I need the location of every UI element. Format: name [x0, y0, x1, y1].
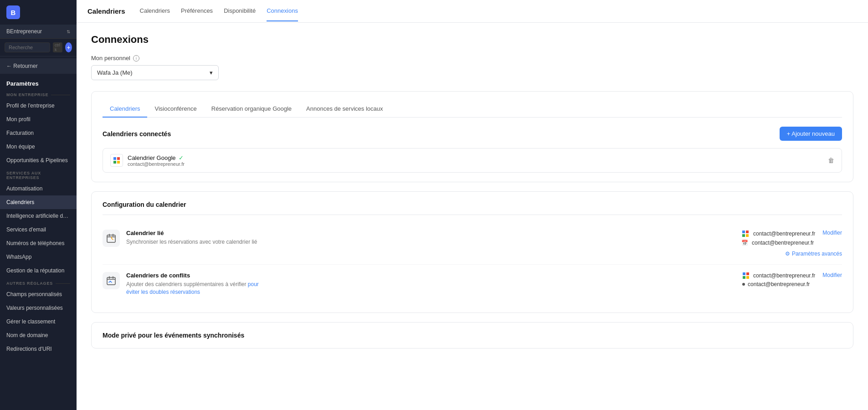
- conflits-email-2: contact@bentrepreneur.fr: [748, 281, 810, 287]
- modify-conflits-button[interactable]: Modifier: [822, 272, 842, 278]
- card-tab-visio[interactable]: Visioconférence: [147, 101, 204, 118]
- modify-lie-button[interactable]: Modifier: [822, 230, 842, 236]
- sidebar-item-intelligence[interactable]: Intelligence artificielle de...: [0, 209, 77, 223]
- sidebar-item-redirections[interactable]: Redirections d'URI: [0, 342, 77, 356]
- config-left-conflits: Calendriers de conflits Ajouter des cale…: [103, 272, 272, 296]
- config-calendar-card: Configuration du calendrier Calendrier l…: [91, 191, 853, 313]
- personnel-select[interactable]: Wafa Ja (Me) ▾: [91, 65, 219, 80]
- select-chevron-icon: ▾: [210, 69, 213, 76]
- sidebar-add-button[interactable]: +: [65, 42, 72, 52]
- subtitle-link: pour éviter les doubles réservations: [126, 281, 259, 295]
- advanced-link-label: Paramètres avancés: [792, 251, 842, 257]
- config-left-lie: Calendrier lié Synchroniser les réservat…: [103, 230, 257, 247]
- section-services: SERVICES AUX ENTREPRISES: [0, 167, 77, 182]
- personnel-label: Mon personnel i: [91, 55, 853, 62]
- sidebar-item-mon-equipe[interactable]: Mon équipe: [0, 140, 77, 154]
- lie-email-1: contact@bentrepreneur.fr: [753, 231, 815, 237]
- section-mon-entreprise: MON ENTREPRISE: [0, 89, 77, 99]
- config-title-conflits: Calendriers de conflits: [126, 272, 272, 279]
- search-input[interactable]: [5, 42, 50, 52]
- advanced-settings-link[interactable]: ⚙ Paramètres avancés: [785, 251, 842, 257]
- svg-rect-9: [746, 234, 749, 237]
- sidebar-item-services-email[interactable]: Services d'email: [0, 223, 77, 236]
- sidebar-item-automatisation[interactable]: Automatisation: [0, 182, 77, 195]
- sidebar-item-calendriers[interactable]: Calendriers: [0, 195, 77, 209]
- tab-disponibilite[interactable]: Disponibilité: [224, 1, 256, 21]
- card-tabs: Calendriers Visioconférence Réservation …: [103, 101, 842, 118]
- gear-icon: ⚙: [785, 251, 790, 257]
- lie-email-row-2: 📅 contact@bentrepreneur.fr: [741, 240, 815, 246]
- calendar-item-left: Calendrier Google ✓ contact@bentrepreneu…: [110, 154, 185, 167]
- calendar-conflits-icon: [103, 272, 120, 289]
- personnel-value: Wafa Ja (Me): [97, 69, 133, 76]
- config-text-conflits: Calendriers de conflits Ajouter des cale…: [126, 272, 272, 296]
- config-row-conflits: Calendriers de conflits Ajouter des cale…: [103, 265, 842, 303]
- info-icon: i: [133, 55, 139, 62]
- sidebar-item-valeurs[interactable]: Valeurs personnalisées: [0, 301, 77, 315]
- calendars-section-title: Calendriers connectés: [103, 130, 171, 138]
- account-arrow-icon: ⇅: [67, 29, 70, 34]
- tab-connexions[interactable]: Connexions: [267, 1, 298, 21]
- conflits-email-block: contact@bentrepreneur.fr contact@bentrep…: [742, 272, 815, 287]
- add-new-button[interactable]: + Ajouter nouveau: [780, 127, 842, 141]
- card-tab-calendriers[interactable]: Calendriers: [103, 101, 147, 118]
- section-divider: [51, 95, 70, 95]
- sidebar-item-classement[interactable]: Gérer le classement: [0, 315, 77, 328]
- google-calendar-item: Calendrier Google ✓ contact@bentrepreneu…: [103, 148, 842, 173]
- page-content: Connexions Mon personnel i Wafa Ja (Me) …: [77, 23, 868, 410]
- conflits-email-1: contact@bentrepreneur.fr: [753, 272, 815, 279]
- account-name: BEntrepreneur: [6, 28, 42, 35]
- logo-icon: B: [6, 5, 20, 19]
- config-title-lie: Calendrier lié: [126, 230, 257, 236]
- mode-prive-title: Mode privé pour les événements synchroni…: [103, 332, 842, 339]
- sidebar-logo: B: [0, 0, 77, 25]
- sidebar-item-numeros[interactable]: Numéros de téléphones: [0, 236, 77, 250]
- svg-rect-10: [107, 277, 115, 285]
- sidebar-account[interactable]: BEntrepreneur ⇅: [0, 25, 77, 39]
- search-shortcut: ctrl k: [53, 42, 62, 52]
- sidebar-item-reputation[interactable]: Gestion de la réputation: [0, 264, 77, 277]
- sidebar-item-domaine[interactable]: Nom de domaine: [0, 328, 77, 342]
- svg-rect-8: [742, 234, 745, 237]
- calendar-lie-icon: [103, 230, 120, 247]
- svg-rect-6: [742, 231, 745, 233]
- svg-rect-2: [117, 157, 120, 160]
- config-subtitle-conflits: Ajouter des calendriers supplémentaires …: [126, 281, 272, 296]
- conflits-email-dot-row: contact@bentrepreneur.fr: [742, 281, 815, 287]
- sidebar-item-facturation[interactable]: Facturation: [0, 126, 77, 140]
- back-button[interactable]: ← Retourner: [0, 58, 77, 74]
- section-label-autres: AUTRES RÉGLAGES: [6, 281, 53, 286]
- svg-rect-3: [113, 161, 116, 164]
- card-tab-reservation[interactable]: Réservation organique Google: [204, 101, 299, 118]
- calendar-email: contact@bentrepreneur.fr: [128, 161, 185, 167]
- sidebar-item-profil[interactable]: Profil de l'entreprise: [0, 99, 77, 113]
- svg-rect-4: [117, 161, 120, 164]
- top-navigation: Calendriers Calendriers Préférences Disp…: [77, 0, 868, 23]
- sidebar-search-bar: ctrl k +: [0, 39, 77, 56]
- config-right-conflits: contact@bentrepreneur.fr contact@bentrep…: [742, 272, 842, 287]
- section-divider-3: [56, 283, 70, 284]
- delete-calendar-button[interactable]: 🗑: [828, 157, 834, 164]
- calendar-check-icon: ✓: [179, 154, 184, 161]
- section-label-services: SERVICES AUX ENTREPRISES: [6, 171, 67, 180]
- calendar-name: Calendrier Google: [128, 154, 176, 161]
- svg-rect-7: [746, 231, 749, 233]
- top-nav-title: Calendriers: [87, 7, 125, 15]
- tab-calendriers[interactable]: Calendriers: [140, 1, 170, 21]
- back-label: ← Retourner: [6, 63, 38, 69]
- sidebar: B BEntrepreneur ⇅ ctrl k + ← Retourner P…: [0, 0, 77, 410]
- svg-rect-1: [113, 157, 116, 160]
- sidebar-item-whatsapp[interactable]: WhatsApp: [0, 250, 77, 264]
- sidebar-item-opportunities[interactable]: Opportunities & Pipelines: [0, 154, 77, 167]
- connected-calendars-card: Calendriers Visioconférence Réservation …: [91, 91, 853, 182]
- main-content: Calendriers Calendriers Préférences Disp…: [77, 0, 868, 410]
- card-tab-annonces[interactable]: Annonces de services locaux: [299, 101, 390, 118]
- tab-preferences[interactable]: Préférences: [181, 1, 213, 21]
- calendar-info: Calendrier Google ✓ contact@bentrepreneu…: [128, 154, 185, 167]
- sidebar-item-champs[interactable]: Champs personnalisés: [0, 287, 77, 301]
- dot-icon: [742, 283, 745, 286]
- config-text-lie: Calendrier lié Synchroniser les réservat…: [126, 230, 257, 246]
- sidebar-item-mon-profil[interactable]: Mon profil: [0, 113, 77, 126]
- config-section-title: Configuration du calendrier: [103, 201, 842, 215]
- svg-rect-12: [746, 272, 749, 275]
